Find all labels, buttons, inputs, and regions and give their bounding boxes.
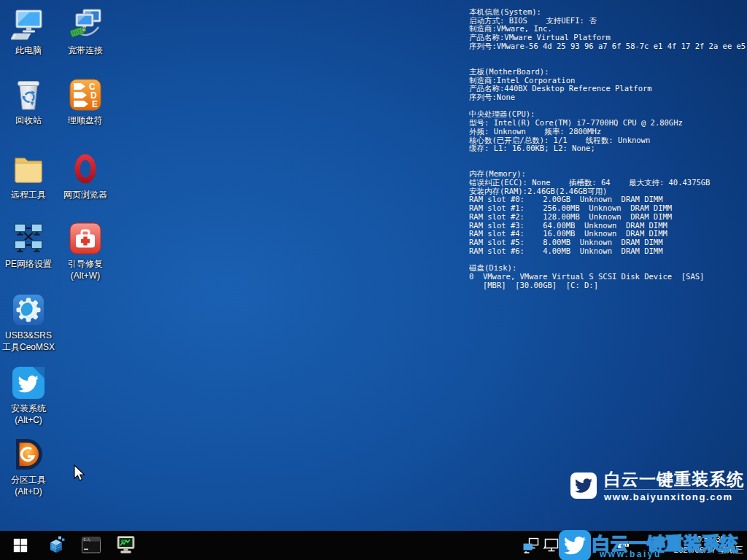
desktop-icon-web-browser[interactable]: 网页浏览器 [58,152,113,201]
drive-letters-icon: C D E [68,77,103,112]
desktop-icon-label: 安装系统 [1,402,56,415]
tray-display-plug-icon[interactable] [543,537,560,553]
desktop-icon-install-system[interactable]: 安装系统 (Alt+C) [1,365,56,427]
gear-swirl-icon [11,292,46,327]
network-setup-icon [11,221,46,256]
system-info-text: 本机信息(System): 启动方式: BIOS 支持UEFI: 否 制造商:V… [469,8,746,289]
desktop-icon-label: 网页浏览器 [58,189,113,201]
taskbar-watermark-title: 白云一键重装系统 [592,532,738,556]
desktop-icon-this-pc[interactable]: 此电脑 [1,7,56,57]
blue-cube-icon [46,535,66,556]
desktop-icon-label: 宽带连接 [58,44,113,57]
first-aid-icon [68,221,103,256]
desktop-icon-label: 远程工具 [1,189,56,201]
windows-logo-icon [12,537,28,553]
desktop-icon-boot-repair[interactable]: 引导修复 (Alt+W) [58,221,113,282]
desktop-icon-label: USB3&SRS [1,330,56,342]
desktop-icon-label-2: 工具CeoMSX [1,341,56,354]
taskbar-watermark-bird-icon [559,530,591,560]
desktop: 本机信息(System): 启动方式: BIOS 支持UEFI: 否 制造商:V… [0,0,747,560]
desktop-icon-label-2: (Alt+W) [58,270,113,282]
desktop-icon-label: 分区工具 [1,474,56,486]
tray-network-computers-icon[interactable] [522,537,540,553]
this-pc-icon [11,7,46,42]
watermark-title: 白云一键重装系统 [604,470,744,490]
desktop-icon-recycle-bin[interactable]: 回收站 [1,77,56,127]
svg-text:E: E [92,99,98,109]
diskgenius-icon [11,437,46,472]
desktop-icon-label: 理顺盘符 [58,114,113,127]
broadband-icon [68,7,103,42]
desktop-icon-label: 回收站 [1,114,56,127]
twitter-bird-icon [570,472,597,499]
watermark-url: www.baiyunxitong.com [604,491,744,504]
taskbar-blue-cube-tool-button[interactable] [42,531,70,560]
opera-browser-icon [68,152,103,187]
taskbar: C:\ [0,531,747,560]
start-button[interactable] [6,531,35,560]
desktop-icon-label: PE网络设置 [1,258,56,271]
desktop-icon-usb3-srs[interactable]: USB3&SRS 工具CeoMSX [1,292,56,354]
desktop-icon-pe-network[interactable]: PE网络设置 [1,221,56,271]
folder-icon [11,152,46,187]
desktop-icon-partition-tool[interactable]: 分区工具 (Alt+D) [1,437,56,498]
brand-watermark: 白云一键重装系统 www.baiyunxitong.com [570,470,744,504]
desktop-icon-label: 引导修复 [58,258,113,271]
hardware-monitor-icon [115,535,137,556]
cmd-title-text: C:\ [84,537,90,542]
taskbar-hardware-monitor-button[interactable] [111,531,142,560]
mouse-cursor [73,464,88,483]
desktop-icon-broadband[interactable]: 宽带连接 [58,7,113,57]
desktop-icon-label-2: (Alt+C) [1,414,56,427]
command-prompt-icon: C:\ [81,536,101,555]
recycle-bin-icon [11,77,46,112]
desktop-icon-label: 此电脑 [1,44,56,57]
desktop-icon-remote-tools[interactable]: 远程工具 [1,152,56,201]
desktop-icon-drive-letters[interactable]: C D E 理顺盘符 [58,77,113,127]
desktop-icon-label-2: (Alt+D) [1,486,56,498]
bird-install-icon [11,365,46,400]
taskbar-cmd-button[interactable]: C:\ [77,531,105,560]
